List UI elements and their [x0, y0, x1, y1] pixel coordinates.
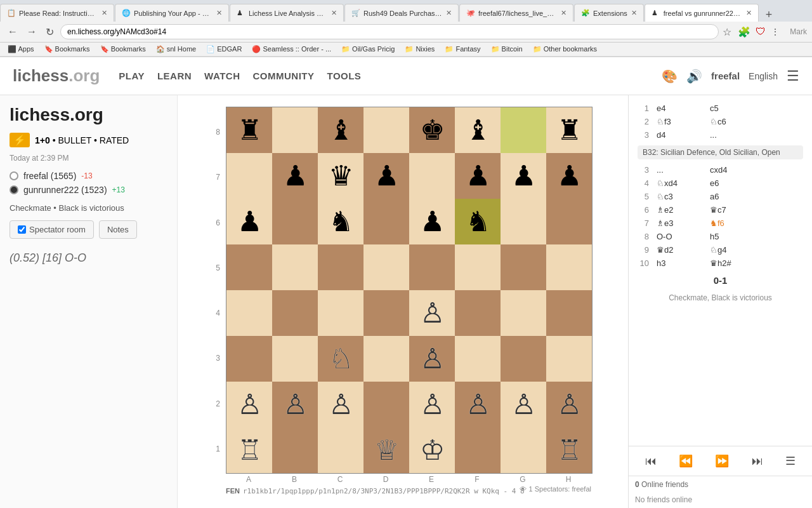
cell-h6[interactable] — [546, 199, 592, 244]
tab-5[interactable]: 🐙freefal67/lichess_live_eng...✕ — [459, 4, 573, 22]
move-5-black[interactable]: a6 — [705, 190, 756, 203]
nav-community[interactable]: COMMUNITY — [252, 67, 314, 84]
tab-1[interactable]: 📋Please Read: Instructions ...✕ — [0, 4, 114, 22]
options-button[interactable]: ☰ — [780, 451, 801, 471]
first-move-button[interactable]: ⏮ — [640, 452, 662, 471]
cell-h2[interactable]: ♙ — [546, 382, 592, 427]
black-player-name[interactable]: gunrunner222 (1523) — [23, 185, 107, 195]
cell-g6[interactable] — [501, 199, 546, 244]
cell-a1[interactable]: ♖ — [226, 427, 272, 473]
bookmark-bookmarks2[interactable]: 🔖 Bookmarks — [98, 44, 148, 55]
white-player-name[interactable]: freefal (1565) — [23, 171, 76, 181]
cell-e7[interactable] — [409, 153, 455, 199]
reload-button[interactable]: ↻ — [43, 25, 56, 39]
nav-learn[interactable]: LEARN — [157, 67, 192, 84]
notes-button[interactable]: Notes — [99, 220, 137, 239]
move-5-white[interactable]: ♘c3 — [652, 190, 702, 203]
cell-d4[interactable] — [363, 290, 409, 336]
forward-button[interactable]: → — [24, 25, 39, 39]
cell-d1[interactable]: ♕ — [363, 427, 409, 473]
cell-a5[interactable] — [226, 244, 272, 290]
move-4-white[interactable]: ♘xd4 — [652, 177, 702, 189]
bookmark-other[interactable]: 📁 Other bookmarks — [530, 44, 599, 55]
move-4-black[interactable]: e6 — [705, 177, 756, 189]
bookmark-apps[interactable]: ⬛ Apps — [5, 44, 37, 55]
cell-c1[interactable] — [318, 427, 363, 473]
new-tab-button[interactable]: + — [762, 8, 776, 22]
cell-d3[interactable] — [363, 336, 409, 382]
cell-d7[interactable]: ♟ — [363, 153, 409, 199]
cell-e6[interactable]: ♟ — [409, 199, 455, 244]
move-10-black[interactable]: ♛h2# — [705, 257, 756, 269]
move-8-black[interactable]: h5 — [705, 231, 756, 243]
cell-a6[interactable]: ♟ — [226, 199, 272, 244]
move-1-white[interactable]: e4 — [652, 102, 702, 114]
move-7-black[interactable]: ♞f6 — [705, 217, 756, 229]
nav-tools[interactable]: TOOLS — [327, 67, 361, 84]
bookmark-bookmarks1[interactable]: 🔖 Bookmarks — [42, 44, 93, 55]
cell-c3[interactable]: ♘ — [318, 336, 363, 382]
tab-6[interactable]: 🧩Extensions✕ — [574, 4, 644, 22]
move-3b-black[interactable]: cxd4 — [705, 164, 756, 176]
nav-watch[interactable]: WATCH — [204, 67, 240, 84]
cell-a3[interactable] — [226, 336, 272, 382]
cell-h5[interactable] — [546, 244, 592, 290]
cell-g5[interactable] — [501, 244, 546, 290]
bookmark-oil[interactable]: 📁 Oil/Gas Pricig — [339, 44, 397, 55]
move-2-white[interactable]: ♘f3 — [652, 116, 702, 128]
move-1-black[interactable]: c5 — [705, 102, 756, 114]
move-6-white[interactable]: ♗e2 — [652, 204, 702, 216]
spectator-room-button[interactable]: Spectator room — [10, 220, 94, 239]
cell-g3[interactable] — [501, 336, 546, 382]
bookmark-star[interactable]: ☆ — [723, 26, 731, 38]
cell-b2[interactable]: ♙ — [272, 382, 318, 427]
cell-g8[interactable] — [501, 107, 546, 153]
bookmark-snlhome[interactable]: 🏠 snl Home — [154, 44, 199, 55]
cell-h3[interactable] — [546, 336, 592, 382]
move-3-white[interactable]: d4 — [652, 129, 702, 141]
cell-b8[interactable] — [272, 107, 318, 153]
move-3-black[interactable]: ... — [705, 129, 756, 141]
cell-e1[interactable]: ♔ — [409, 427, 455, 473]
cell-c6[interactable]: ♞ — [318, 199, 363, 244]
bookmark-edgar[interactable]: 📄 EDGAR — [204, 44, 244, 55]
cell-c2[interactable]: ♙ — [318, 382, 363, 427]
bookmark-nixies[interactable]: 📁 Nixies — [402, 44, 437, 55]
cell-b3[interactable] — [272, 336, 318, 382]
cell-a2[interactable]: ♙ — [226, 382, 272, 427]
cell-h1[interactable]: ♖ — [546, 427, 592, 473]
url-input[interactable] — [60, 24, 719, 39]
cell-d8[interactable] — [363, 107, 409, 153]
nav-play[interactable]: PLAY — [119, 67, 145, 84]
cell-d6[interactable] — [363, 199, 409, 244]
language-selector[interactable]: English — [749, 71, 778, 81]
move-2-black[interactable]: ♘c6 — [705, 116, 756, 128]
cell-e2[interactable]: ♙ — [409, 382, 455, 427]
chrome-menu[interactable]: ⋮ — [771, 27, 780, 37]
cell-f8[interactable]: ♝ — [455, 107, 501, 153]
cell-h8[interactable]: ♜ — [546, 107, 592, 153]
back-button[interactable]: ← — [5, 25, 20, 39]
cell-e5[interactable] — [409, 244, 455, 290]
cell-f3[interactable] — [455, 336, 501, 382]
cell-f5[interactable] — [455, 244, 501, 290]
cell-a4[interactable] — [226, 290, 272, 336]
move-9-white[interactable]: ♛d2 — [652, 244, 702, 256]
cell-g7[interactable]: ♟ — [501, 153, 546, 199]
spectator-checkbox[interactable] — [18, 225, 26, 234]
cell-a7[interactable] — [226, 153, 272, 199]
move-9-black[interactable]: ♘g4 — [705, 244, 756, 256]
extensions-icon[interactable]: 🧩 — [738, 26, 750, 38]
sound-icon[interactable]: 🔊 — [686, 69, 702, 84]
move-8-white[interactable]: O-O — [652, 231, 702, 243]
last-move-button[interactable]: ⏭ — [747, 452, 768, 471]
cell-b7[interactable]: ♟ — [272, 153, 318, 199]
prev-move-button[interactable]: ⏪ — [674, 451, 698, 471]
cell-c7[interactable]: ♛ — [318, 153, 363, 199]
move-7-white[interactable]: ♗e3 — [652, 217, 702, 229]
cell-f7[interactable]: ♟ — [455, 153, 501, 199]
move-3b-white[interactable]: ... — [652, 164, 702, 176]
cell-g1[interactable] — [501, 427, 546, 473]
tab-2[interactable]: 🌐Publishing Your App - Go...✕ — [115, 4, 229, 22]
cell-f6[interactable]: ♞ — [455, 199, 501, 244]
